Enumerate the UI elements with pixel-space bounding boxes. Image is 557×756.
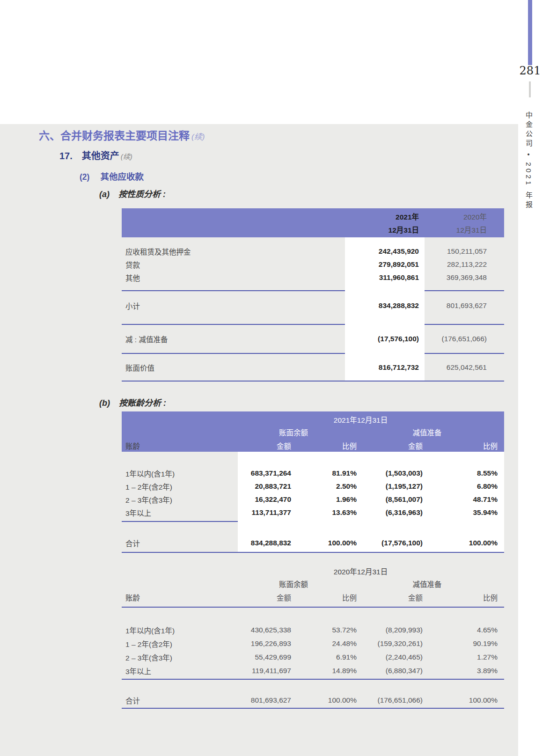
table-cell: 6.91% [291,653,357,661]
table-row: 1 – 2年(含2年)20,883,7212.50%(1,195,127)6.8… [122,480,504,493]
subtotal-group: 小计834,288,832801,693,627 [122,291,504,324]
table-aging-2021-body: 1年以内(含1年)683,371,26481.91%(1,503,003)8.5… [122,452,504,553]
table-cell: 2 – 3年(含3年) [122,494,230,505]
table-cell: 801,693,627 [419,301,487,310]
table-cell: 100.00% [423,539,498,547]
table-by-nature-body: 应收租赁及其他押金242,435,920150,211,057贷款279,892… [122,237,504,382]
analysis-b-title: 按账龄分析 : [119,398,166,408]
col-header-amount-1: 金额 [230,592,291,602]
col-header-amount-1: 金额 [230,440,291,451]
aging-2021-total: 合计834,288,832100.00%(17,576,100)100.00% [122,522,504,552]
table-cell: (2,240,465) [357,653,423,661]
table-by-nature: 2021年 2020年 12月31日 12月31日 应收租赁及其他押金242,4… [122,208,504,382]
group-header-impairment: 减值准备 [357,427,498,439]
table-cell: 282,113,222 [419,260,487,269]
table-cell: 1年以内(含1年) [122,468,230,478]
item-heading-continued: (续) [121,153,132,161]
table-cell: (176,651,066) [357,696,423,705]
table-cell: 16,322,470 [230,495,291,504]
table-cell: 279,892,051 [344,260,419,269]
subitem-heading: (2)其他应收款 [80,170,144,182]
table-cell: 贷款 [122,259,344,270]
page-number-rule [529,81,531,97]
col-header-2021-date: 12月31日 [344,224,419,235]
table-cell: 100.00% [291,539,357,547]
table-aging-2020: 2020年12月31日 账面余额 减值准备 账龄 金额 比例 金额 比例 1年以… [122,565,504,709]
table-cell: 834,288,832 [344,301,419,310]
table-cell: 2 – 3年(含3年) [122,652,230,662]
table-cell: 816,712,732 [344,363,419,372]
table-cell: 242,435,920 [344,247,419,256]
analysis-b-heading: (b)按账龄分析 : [99,396,166,408]
analysis-b-letter: (b) [99,398,110,408]
table-by-nature-header: 2021年 2020年 12月31日 12月31日 [122,208,504,237]
table-cell: 100.00% [291,696,357,705]
table-cell: 35.94% [423,508,498,517]
table-cell: (17,576,100) [344,335,419,343]
table-cell: 小计 [122,301,344,311]
col-header-aging: 账龄 [122,592,230,602]
table-cell: 4.65% [423,626,498,634]
table-cell: (8,209,993) [357,626,423,634]
table-cell: 应收租赁及其他押金 [122,246,344,257]
carrying-value-group: 账面价值816,712,732625,042,561 [122,354,504,381]
col-header-ratio-2: 比例 [423,440,498,451]
table-cell: 801,693,627 [230,696,291,705]
table-cell: 683,371,264 [230,469,291,477]
group-header-impairment: 减值准备 [357,579,498,591]
rule-line [122,708,504,709]
section-heading-text: 六、合并财务报表主要项目注释 [39,130,190,142]
running-title-vertical: 中金公司 • 2021 年报 [524,111,534,210]
table-cell: 100.00% [423,696,498,705]
table-row: 3年以上113,711,37713.63%(6,316,963)35.94% [122,506,504,519]
table-cell: 430,625,338 [230,626,291,634]
report-page: 281 中金公司 • 2021 年报 六、合并财务报表主要项目注释(续) 17.… [0,0,557,756]
chapter-marker-bar [528,0,532,65]
table-cell: 减 : 减值准备 [122,334,344,344]
table-cell: 1.27% [423,653,498,661]
item-number: 17. [59,151,73,161]
item-heading: 17.其他资产(续) [59,148,132,162]
table-cell: 其他 [122,272,344,283]
col-header-ratio-1: 比例 [291,440,357,451]
table-cell: 1年以内(含1年) [122,625,230,635]
group-header-balance: 账面余额 [230,427,357,439]
table-row: 1 – 2年(含2年)196,226,89324.48%(159,320,261… [122,637,504,650]
table-cell: (1,195,127) [357,482,423,491]
section-heading: 六、合并财务报表主要项目注释(续) [39,127,205,143]
table-cell: 1 – 2年(含2年) [122,639,230,649]
table-row: 减 : 减值准备(17,576,100)(176,651,066) [122,332,504,345]
table-cell: 合计 [122,538,230,548]
table-cell: 24.48% [291,639,357,648]
table-row: 账面价值816,712,732625,042,561 [122,361,504,374]
table-cell: 834,288,832 [230,539,291,547]
table-cell: 6.80% [423,482,498,491]
table-cell: 账面价值 [122,362,344,373]
table-cell: (17,576,100) [357,539,423,547]
col-header-ratio-1: 比例 [291,592,357,602]
rule-line [122,381,504,382]
col-header-ratio-2: 比例 [423,592,498,602]
table-row: 1年以内(含1年)683,371,26481.91%(1,503,003)8.5… [122,467,504,480]
table-cell: (1,503,003) [357,469,423,477]
group-header-balance: 账面余额 [230,579,357,591]
table-cell: 311,960,861 [344,273,419,282]
page-number: 281 [510,64,550,77]
table-cell: (6,316,963) [357,508,423,517]
table-cell: (176,651,066) [419,335,487,343]
table-cell: 90.19% [423,639,498,648]
table-cell: 20,883,721 [230,482,291,491]
impairment-group: 减 : 减值准备(17,576,100)(176,651,066) [122,325,504,353]
col-header-amount-2: 金额 [357,592,423,602]
table-cell: 13.63% [291,508,357,517]
table-row: 贷款279,892,051282,113,222 [122,258,504,271]
analysis-a-letter: (a) [99,190,110,199]
col-header-2020-date: 12月31日 [419,224,487,235]
analysis-a-heading: (a)按性质分析 : [99,187,166,199]
table-cell: 113,711,377 [230,508,291,517]
aging-2020-total: 合计801,693,627100.00%(176,651,066)100.00% [122,680,504,708]
table-cell: (6,880,347) [357,667,423,675]
col-header-amount-2: 金额 [357,440,423,451]
table-row: 1年以内(含1年)430,625,33853.72%(8,209,993)4.6… [122,623,504,637]
aging-2021-rows: 1年以内(含1年)683,371,26481.91%(1,503,003)8.5… [122,452,504,521]
